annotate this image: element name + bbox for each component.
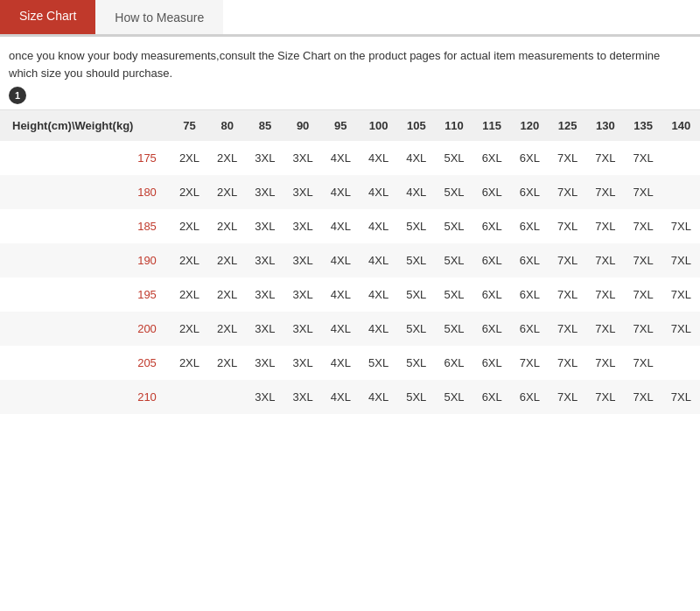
table-cell-size: 4XL [360, 141, 397, 175]
table-cell-size [171, 380, 208, 414]
table-header-label: Height(cm)\Weight(kg) [0, 110, 171, 141]
table-cell-size: 2XL [208, 312, 246, 346]
table-cell-size: 7XL [586, 346, 624, 380]
table-cell-size: 5XL [397, 209, 435, 243]
table-cell-size: 2XL [208, 209, 246, 243]
table-row: 2052XL2XL3XL3XL4XL5XL5XL6XL6XL7XL7XL7XL7… [0, 346, 700, 380]
table-cell-size: 5XL [435, 243, 472, 277]
table-cell-size: 2XL [208, 175, 246, 209]
tab-bar: Size Chart How to Measure [0, 0, 700, 37]
table-cell-size: 7XL [624, 380, 662, 414]
table-cell-size: 3XL [246, 312, 284, 346]
table-row: 1802XL2XL3XL3XL4XL4XL4XL5XL6XL6XL7XL7XL7… [0, 175, 700, 209]
table-cell-size: 4XL [322, 209, 360, 243]
size-chart-table: Height(cm)\Weight(kg) 758085909510010511… [0, 110, 700, 414]
table-cell-size: 2XL [208, 141, 246, 175]
table-cell-size: 5XL [397, 312, 435, 346]
table-cell-size: 7XL [586, 209, 624, 243]
table-cell-size: 3XL [284, 175, 322, 209]
table-cell-size [662, 175, 700, 209]
table-cell-size: 7XL [549, 277, 586, 312]
table-header-col: 130 [586, 110, 624, 141]
table-cell-size: 5XL [397, 346, 435, 380]
table-cell-height: 180 [0, 175, 171, 209]
table-cell-size: 4XL [397, 175, 435, 209]
tab-size-chart[interactable]: Size Chart [0, 0, 95, 34]
table-cell-size: 7XL [662, 209, 700, 243]
table-cell-size: 4XL [360, 243, 397, 277]
table-cell-size: 5XL [360, 346, 397, 380]
table-cell-size: 6XL [511, 243, 549, 277]
table-cell-size: 7XL [549, 346, 586, 380]
table-cell-size: 3XL [284, 346, 322, 380]
table-cell-size: 6XL [473, 312, 511, 346]
table-row: 1952XL2XL3XL3XL4XL4XL5XL5XL6XL6XL7XL7XL7… [0, 277, 700, 312]
table-cell-size: 3XL [284, 209, 322, 243]
table-header-col: 80 [208, 110, 246, 141]
table-cell-size: 7XL [586, 380, 624, 414]
description-text: once you know your body measurements,con… [9, 47, 691, 81]
table-cell-size: 6XL [473, 209, 511, 243]
tab-how-to-measure[interactable]: How to Measure [95, 0, 223, 34]
table-cell-size: 3XL [246, 346, 284, 380]
table-cell-size [662, 141, 700, 175]
table-header-col: 140 [662, 110, 700, 141]
table-cell-size: 6XL [511, 380, 549, 414]
table-cell-size: 3XL [246, 277, 284, 312]
table-cell-size: 4XL [360, 312, 397, 346]
table-cell-size: 4XL [360, 380, 397, 414]
table-cell-size: 7XL [662, 277, 700, 312]
table-cell-size: 6XL [473, 175, 511, 209]
table-header-col: 85 [246, 110, 284, 141]
table-header-row: Height(cm)\Weight(kg) 758085909510010511… [0, 110, 700, 141]
table-cell-size: 4XL [322, 312, 360, 346]
table-cell-size: 5XL [435, 175, 472, 209]
table-cell-size: 7XL [662, 243, 700, 277]
table-header-col: 135 [624, 110, 662, 141]
table-header-col: 125 [549, 110, 586, 141]
table-cell-size: 6XL [473, 243, 511, 277]
table-cell-height: 210 [0, 380, 171, 414]
table-row: 1752XL2XL3XL3XL4XL4XL4XL5XL6XL6XL7XL7XL7… [0, 141, 700, 175]
table-cell-size: 6XL [511, 277, 549, 312]
table-cell-height: 205 [0, 346, 171, 380]
table-cell-size: 7XL [549, 175, 586, 209]
table-cell-size: 7XL [586, 312, 624, 346]
table-cell-size: 7XL [549, 380, 586, 414]
table-cell-size: 7XL [549, 312, 586, 346]
table-cell-size: 3XL [246, 141, 284, 175]
table-cell-size: 7XL [511, 346, 549, 380]
table-cell-size: 7XL [549, 243, 586, 277]
table-cell-height: 175 [0, 141, 171, 175]
table-row: 1852XL2XL3XL3XL4XL4XL5XL5XL6XL6XL7XL7XL7… [0, 209, 700, 243]
step-badge: 1 [9, 87, 26, 104]
table-cell-size: 2XL [171, 243, 208, 277]
table-cell-size: 7XL [549, 209, 586, 243]
table-cell-size: 7XL [586, 277, 624, 312]
table-cell-size: 4XL [360, 175, 397, 209]
table-cell-size: 4XL [360, 277, 397, 312]
table-cell-size: 2XL [171, 141, 208, 175]
table-header-col: 120 [511, 110, 549, 141]
table-cell-size: 7XL [624, 277, 662, 312]
table-cell-size: 4XL [397, 141, 435, 175]
table-cell-size: 3XL [284, 243, 322, 277]
table-cell-size: 3XL [284, 380, 322, 414]
table-cell-size: 7XL [586, 141, 624, 175]
table-cell-size: 7XL [586, 243, 624, 277]
table-cell-size: 6XL [473, 380, 511, 414]
table-cell-size: 7XL [549, 141, 586, 175]
table-cell-size: 6XL [511, 209, 549, 243]
table-header-col: 105 [397, 110, 435, 141]
table-cell-size [208, 380, 246, 414]
table-cell-size: 5XL [435, 277, 472, 312]
description-section: once you know your body measurements,con… [0, 37, 700, 110]
table-cell-size: 4XL [322, 277, 360, 312]
table-cell-size [662, 346, 700, 380]
table-cell-size: 2XL [208, 243, 246, 277]
table-cell-height: 200 [0, 312, 171, 346]
table-cell-size: 3XL [284, 312, 322, 346]
table-cell-size: 6XL [435, 346, 472, 380]
table-cell-size: 5XL [397, 277, 435, 312]
table-cell-size: 5XL [397, 380, 435, 414]
